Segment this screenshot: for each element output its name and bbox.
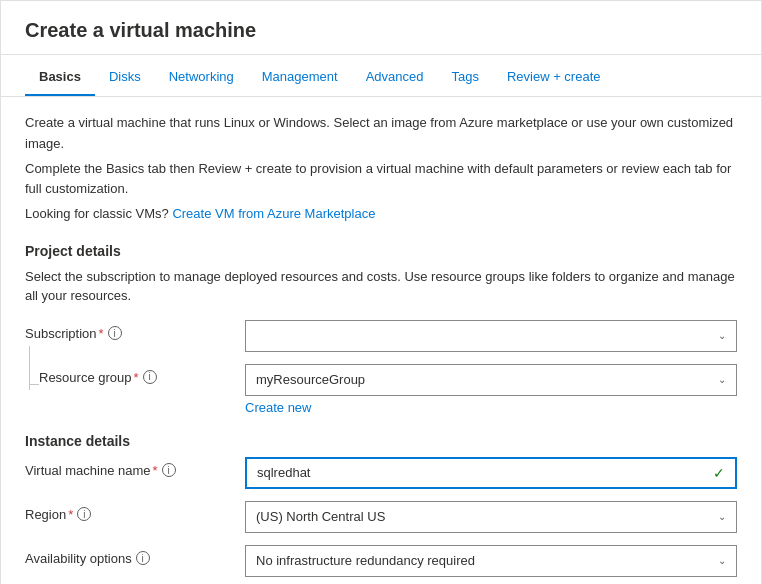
region-info-icon[interactable]: i [77, 507, 91, 521]
subscription-info-icon[interactable]: i [108, 326, 122, 340]
description-line1: Create a virtual machine that runs Linux… [25, 113, 737, 155]
description-block: Create a virtual machine that runs Linux… [25, 113, 737, 225]
instance-details-section: Instance details Virtual machine name * … [25, 433, 737, 584]
tabs-nav: Basics Disks Networking Management Advan… [1, 59, 761, 97]
tab-review-create[interactable]: Review + create [493, 59, 615, 96]
vm-name-info-icon[interactable]: i [162, 463, 176, 477]
availability-chevron-icon: ⌄ [718, 555, 726, 566]
page-header: Create a virtual machine [1, 1, 761, 55]
availability-info-icon[interactable]: i [136, 551, 150, 565]
region-dropdown[interactable]: (US) North Central US ⌄ [245, 501, 737, 533]
tab-disks[interactable]: Disks [95, 59, 155, 96]
classic-vm-text: Looking for classic VMs? [25, 206, 169, 221]
resource-group-dropdown[interactable]: myResourceGroup ⌄ [245, 364, 737, 396]
vm-name-label-col: Virtual machine name * i [25, 457, 245, 478]
project-details-section: Project details Select the subscription … [25, 243, 737, 415]
resource-group-chevron-icon: ⌄ [718, 374, 726, 385]
subscription-control: ⌄ [245, 320, 737, 352]
vm-name-control: sqlredhat ✓ [245, 457, 737, 489]
content-area: Create a virtual machine that runs Linux… [1, 97, 761, 584]
resource-group-info-icon[interactable]: i [143, 370, 157, 384]
resource-group-label: Resource group [39, 370, 132, 385]
region-label: Region [25, 507, 66, 522]
subscription-label: Subscription [25, 326, 97, 341]
subscription-chevron-icon: ⌄ [718, 330, 726, 341]
resource-group-control: myResourceGroup ⌄ Create new [245, 364, 737, 415]
subscription-required: * [99, 326, 104, 341]
subscription-dropdown[interactable]: ⌄ [245, 320, 737, 352]
project-details-title: Project details [25, 243, 737, 259]
availability-dropdown[interactable]: No infrastructure redundancy required ⌄ [245, 545, 737, 577]
region-row: Region * i (US) North Central US ⌄ [25, 501, 737, 533]
resource-group-required: * [134, 370, 139, 385]
indent-line: Resource group * i [39, 370, 157, 385]
region-chevron-icon: ⌄ [718, 511, 726, 522]
instance-details-title: Instance details [25, 433, 737, 449]
description-line2: Complete the Basics tab then Review + cr… [25, 159, 737, 201]
vm-name-required: * [153, 463, 158, 478]
region-label-col: Region * i [25, 501, 245, 522]
vm-name-label: Virtual machine name [25, 463, 151, 478]
tab-advanced[interactable]: Advanced [352, 59, 438, 96]
create-new-resource-group-link[interactable]: Create new [245, 400, 737, 415]
availability-control: No infrastructure redundancy required ⌄ [245, 545, 737, 577]
tab-tags[interactable]: Tags [437, 59, 492, 96]
availability-value: No infrastructure redundancy required [256, 553, 475, 568]
tab-basics[interactable]: Basics [25, 59, 95, 96]
create-vm-marketplace-link[interactable]: Create VM from Azure Marketplace [172, 206, 375, 221]
subscription-label-col: Subscription * i [25, 320, 245, 341]
tab-management[interactable]: Management [248, 59, 352, 96]
availability-label-col: Availability options i [25, 545, 245, 566]
region-value: (US) North Central US [256, 509, 385, 524]
vm-name-value: sqlredhat [257, 465, 310, 480]
subscription-row: Subscription * i ⌄ [25, 320, 737, 352]
page-title: Create a virtual machine [25, 19, 737, 42]
availability-label: Availability options [25, 551, 132, 566]
tab-networking[interactable]: Networking [155, 59, 248, 96]
availability-row: Availability options i No infrastructure… [25, 545, 737, 577]
resource-group-row: Resource group * i myResourceGroup ⌄ Cre… [25, 364, 737, 415]
project-details-desc: Select the subscription to manage deploy… [25, 267, 737, 306]
vm-name-input[interactable]: sqlredhat ✓ [245, 457, 737, 489]
region-control: (US) North Central US ⌄ [245, 501, 737, 533]
resource-group-value: myResourceGroup [256, 372, 365, 387]
description-line3: Looking for classic VMs? Create VM from … [25, 204, 737, 225]
region-required: * [68, 507, 73, 522]
vm-name-valid-icon: ✓ [713, 465, 725, 481]
resource-group-label-col: Resource group * i [25, 364, 245, 385]
vm-name-row: Virtual machine name * i sqlredhat ✓ [25, 457, 737, 489]
